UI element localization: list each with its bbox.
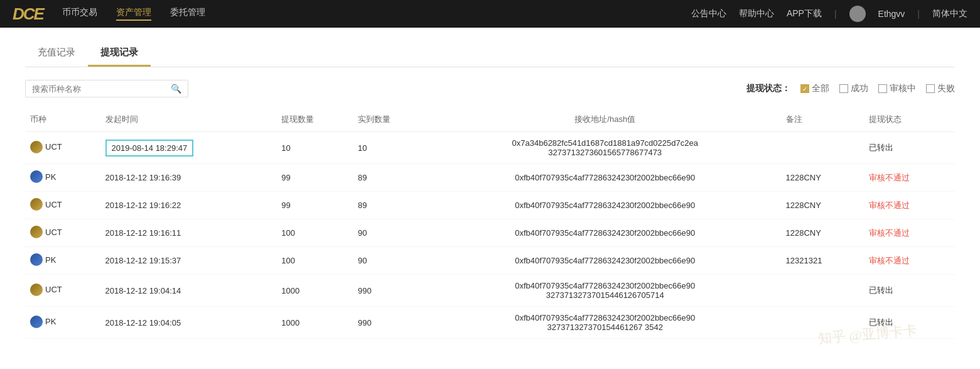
cell-coin: PK xyxy=(25,307,100,339)
filter-success-label: 成功 xyxy=(851,83,868,94)
cell-amount: 100 xyxy=(276,247,353,275)
table-row: UCT2018-12-12 19:04:1410009900xfb40f7079… xyxy=(25,275,955,307)
tab-withdrawal[interactable]: 提现记录 xyxy=(88,40,151,67)
cell-time: 2019-08-14 18:29:47 xyxy=(100,132,277,164)
table-row: PK2018-12-12 19:16:3999890xfb40f707935c4… xyxy=(25,164,955,192)
checkbox-reviewing xyxy=(878,84,887,93)
cell-hash: 0xfb40f707935c4af77286324230f2002bbec66e… xyxy=(429,164,781,192)
cell-amount: 1000 xyxy=(276,307,353,339)
checkbox-success xyxy=(839,84,848,93)
logo: DCE xyxy=(13,4,43,24)
cell-amount: 1000 xyxy=(276,275,353,307)
col-coin: 币种 xyxy=(25,107,100,132)
cell-time: 2018-12-12 19:16:39 xyxy=(100,164,277,192)
cell-status: 审核不通过 xyxy=(864,247,955,275)
cell-status: 已转出 xyxy=(864,307,955,339)
cell-received: 10 xyxy=(353,132,429,164)
cell-note: 1228CNY xyxy=(781,192,864,219)
col-received: 实到数量 xyxy=(353,107,429,132)
divider: | xyxy=(834,9,837,19)
status-filter: 提现状态： ✓ 全部 成功 审核中 失败 xyxy=(746,83,955,94)
cell-time: 2018-12-12 19:04:14 xyxy=(100,275,277,307)
cell-received: 89 xyxy=(353,192,429,219)
cell-received: 89 xyxy=(353,164,429,192)
cell-received: 90 xyxy=(353,247,429,275)
col-amount: 提现数量 xyxy=(276,107,353,132)
cell-status: 已转出 xyxy=(864,275,955,307)
cell-note xyxy=(781,275,864,307)
table-row: PK2018-12-12 19:15:37100900xfb40f707935c… xyxy=(25,247,955,275)
cell-status: 已转出 xyxy=(864,132,955,164)
username: Ethgvv xyxy=(878,9,905,19)
col-status: 提现状态 xyxy=(864,107,955,132)
cell-status: 审核不通过 xyxy=(864,219,955,247)
cell-amount: 10 xyxy=(276,132,353,164)
table-row: UCT2018-12-12 19:16:11100900xfb40f707935… xyxy=(25,219,955,247)
search-input[interactable] xyxy=(32,84,171,94)
cell-note xyxy=(781,307,864,339)
cell-hash: 0xfb40f707935c4af77286324230f2002bbec66e… xyxy=(429,275,781,307)
filter-failed-label: 失败 xyxy=(937,83,955,94)
cell-hash: 0xfb40f707935c4af77286324230f2002bbec66e… xyxy=(429,219,781,247)
cell-time: 2018-12-12 19:04:05 xyxy=(100,307,277,339)
nav-order-mgmt[interactable]: 委托管理 xyxy=(170,7,205,21)
checkbox-all: ✓ xyxy=(800,84,809,93)
cell-note: 1228CNY xyxy=(781,164,864,192)
cell-coin: UCT xyxy=(25,275,100,307)
cell-amount: 99 xyxy=(276,164,353,192)
filter-success[interactable]: 成功 xyxy=(839,83,868,94)
cell-time: 2018-12-12 19:15:37 xyxy=(100,247,277,275)
table-row: PK2018-12-12 19:04:0510009900xfb40f70793… xyxy=(25,307,955,339)
cell-status: 审核不通过 xyxy=(864,192,955,219)
filter-failed[interactable]: 失败 xyxy=(926,83,955,94)
search-box: 🔍 xyxy=(25,80,188,97)
cell-received: 90 xyxy=(353,219,429,247)
top-navigation: DCE 币币交易 资产管理 委托管理 公告中心 帮助中心 APP下载 | Eth… xyxy=(0,0,980,28)
cell-coin: PK xyxy=(25,247,100,275)
table-row: UCT2019-08-14 18:29:4710100x7a34b6282fc5… xyxy=(25,132,955,164)
divider2: | xyxy=(917,9,920,19)
cell-coin: UCT xyxy=(25,219,100,247)
cell-coin: UCT xyxy=(25,192,100,219)
tabs: 充值记录 提现记录 xyxy=(25,40,955,67)
cell-amount: 99 xyxy=(276,192,353,219)
nav-links: 币币交易 资产管理 委托管理 xyxy=(62,7,691,21)
filter-row: 🔍 提现状态： ✓ 全部 成功 审核中 失败 xyxy=(25,80,955,97)
right-links: 公告中心 帮助中心 APP下载 | Ethgvv | 简体中文 xyxy=(691,6,967,22)
cell-note: 1228CNY xyxy=(781,219,864,247)
tab-recharge[interactable]: 充值记录 xyxy=(25,40,88,67)
filter-all-label: 全部 xyxy=(812,83,829,94)
nav-coin-trade[interactable]: 币币交易 xyxy=(62,7,97,21)
filter-reviewing-label: 审核中 xyxy=(890,83,916,94)
content-area: 充值记录 提现记录 🔍 提现状态： ✓ 全部 成功 审核中 失败 xyxy=(0,28,980,351)
cell-time: 2018-12-12 19:16:22 xyxy=(100,192,277,219)
col-hash: 接收地址/hash值 xyxy=(429,107,781,132)
cell-status: 审核不通过 xyxy=(864,164,955,192)
nav-asset-mgmt[interactable]: 资产管理 xyxy=(116,7,151,21)
search-icon: 🔍 xyxy=(171,84,181,94)
cell-hash: 0xfb40f707935c4af77286324230f2002bbec66e… xyxy=(429,307,781,339)
nav-announcement[interactable]: 公告中心 xyxy=(691,8,726,19)
cell-time: 2018-12-12 19:16:11 xyxy=(100,219,277,247)
filter-reviewing[interactable]: 审核中 xyxy=(878,83,916,94)
col-time: 发起时间 xyxy=(100,107,277,132)
cell-note: 12321321 xyxy=(781,247,864,275)
nav-help[interactable]: 帮助中心 xyxy=(739,8,774,19)
cell-coin: PK xyxy=(25,164,100,192)
cell-hash: 0xfb40f707935c4af77286324230f2002bbec66e… xyxy=(429,192,781,219)
status-filter-label: 提现状态： xyxy=(746,83,790,94)
withdrawal-table: 币种 发起时间 提现数量 实到数量 接收地址/hash值 备注 提现状态 UCT… xyxy=(25,107,955,339)
cell-hash: 0x7a34b6282fc541d1687cd1881a97cd0225d7c2… xyxy=(429,132,781,164)
cell-note xyxy=(781,132,864,164)
language-select[interactable]: 简体中文 xyxy=(932,8,967,19)
filter-all[interactable]: ✓ 全部 xyxy=(800,83,829,94)
table-row: UCT2018-12-12 19:16:2299890xfb40f707935c… xyxy=(25,192,955,219)
cell-hash: 0xfb40f707935c4af77286324230f2002bbec66e… xyxy=(429,247,781,275)
avatar xyxy=(849,6,866,22)
col-note: 备注 xyxy=(781,107,864,132)
cell-coin: UCT xyxy=(25,132,100,164)
nav-app-download[interactable]: APP下载 xyxy=(787,8,822,19)
cell-amount: 100 xyxy=(276,219,353,247)
cell-received: 990 xyxy=(353,275,429,307)
checkbox-failed xyxy=(926,84,935,93)
